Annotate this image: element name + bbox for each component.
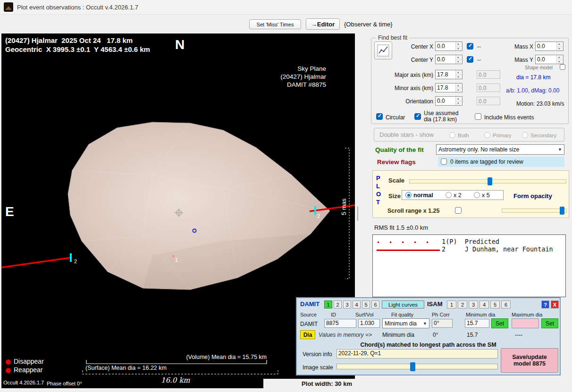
minor-axis-spinner-arrows[interactable] — [455, 83, 462, 92]
scale-slider[interactable] — [409, 179, 566, 183]
review-flags-checkbox[interactable] — [441, 158, 447, 165]
spinner-down-icon — [456, 46, 462, 51]
double-stars-secondary-radio[interactable] — [522, 132, 528, 138]
major-axis-spinner[interactable]: 17.8 — [435, 70, 463, 79]
reappear-marker-icon — [6, 368, 11, 373]
ab-info-label: a/b: 1.00, dMag: 0.00 — [506, 87, 559, 94]
surface-mean-dia-label: (Surface) Mean dia = 16.22 km — [85, 365, 167, 371]
set-min-button[interactable]: Set — [491, 318, 508, 328]
double-stars-primary-radio[interactable] — [484, 132, 490, 138]
ph-corr-field[interactable]: 0° — [432, 319, 453, 328]
light-curves-button[interactable]: Light curves — [382, 300, 424, 309]
damit-panel: DAMIT 1 2 3 4 5 6 Light curves ISAM 1 2 … — [296, 297, 561, 375]
dia-button[interactable]: Dia — [300, 330, 315, 339]
isam-3-button[interactable]: 3 — [469, 300, 478, 309]
chevron-down-icon: ▼ — [423, 321, 427, 326]
fit-quality-dropdown[interactable]: Minimum dia ▼ — [382, 318, 429, 328]
use-assumed-checkbox[interactable] — [414, 113, 421, 120]
double-stars-primary-label: Primary — [493, 133, 512, 138]
form-opacity-slider-thumb[interactable] — [560, 207, 564, 215]
surfvol-field[interactable]: 1.030 — [358, 319, 380, 328]
damit-model-3-button[interactable]: 3 — [343, 300, 351, 309]
orientation-fit-box: 0.0 — [477, 97, 500, 105]
save-update-model-button[interactable]: Save/update model 8875 — [501, 348, 558, 373]
damit-title: DAMIT — [300, 300, 320, 308]
quality-dropdown[interactable]: Astrometry only. No reliable size ▼ — [436, 144, 564, 155]
motion-info-label: Motion: 23.03 km/s — [516, 100, 564, 107]
fit-chart-button[interactable] — [374, 42, 392, 59]
isam-5-button[interactable]: 5 — [490, 300, 500, 309]
orientation-spinner[interactable]: 0.0 — [435, 96, 463, 106]
center-x-spinner[interactable]: 0.0 — [435, 42, 463, 51]
include-miss-label: Include Miss events — [484, 114, 534, 121]
review-flags-text: 0 items are tagged for review — [450, 158, 523, 165]
isam-2-button[interactable]: 2 — [458, 300, 467, 309]
orientation-fit-value: 0.0 — [477, 97, 500, 105]
damit-model-1-button[interactable]: 1 — [324, 300, 332, 309]
editor-button[interactable]: →Editor — [306, 18, 340, 30]
quality-dropdown-value: Astrometry only. No reliable size — [438, 146, 519, 153]
center-y-label: Center Y — [395, 57, 433, 63]
splitter-handle[interactable] — [357, 207, 358, 221]
version-info-field[interactable]: 2022-11-29, Q=1 — [336, 349, 498, 359]
damit-model-5-button[interactable]: 5 — [362, 300, 370, 309]
shape-model-checkbox[interactable] — [560, 64, 565, 70]
plot-letter-p: P — [376, 175, 380, 182]
size-normal-radio[interactable] — [405, 192, 412, 198]
observations-listbox[interactable]: 1(P) Predicted 2 J Dunham, near Fountain — [372, 234, 566, 297]
spinner-down-icon — [557, 46, 563, 51]
center-y-spinner-arrows[interactable] — [455, 55, 462, 64]
point-1-pink — [172, 255, 175, 258]
major-axis-value: 17.8 — [436, 70, 455, 79]
isam-1-button[interactable]: 1 — [447, 300, 456, 309]
circular-checkbox[interactable] — [376, 113, 383, 120]
mass-y-spinner-arrows[interactable] — [556, 55, 563, 64]
image-scale-slider-thumb[interactable] — [410, 362, 415, 371]
scale-slider-thumb[interactable] — [488, 177, 492, 185]
col-source: Source — [300, 312, 317, 317]
col-ph-corr: Ph Corr — [432, 312, 450, 317]
damit-id-field[interactable]: 8875 — [324, 319, 356, 328]
reappear-label: Reappear — [14, 366, 43, 374]
orientation-spinner-arrows[interactable] — [455, 97, 462, 105]
double-stars-both-label: Both — [458, 133, 469, 138]
shape-model-label: Shape model — [525, 65, 553, 70]
size-x2-radio[interactable] — [446, 192, 452, 198]
mass-x-spinner-arrows[interactable] — [556, 42, 563, 50]
damit-model-4-button[interactable]: 4 — [353, 300, 361, 309]
minor-axis-fit-box: 0.0 — [477, 83, 500, 92]
close-button[interactable]: X — [551, 300, 559, 309]
set-max-button[interactable]: Set — [541, 318, 558, 328]
spinner-down-icon — [456, 101, 462, 106]
center-y-spinner[interactable]: 0.0 — [435, 55, 463, 64]
form-opacity-slider[interactable] — [502, 209, 567, 213]
circular-label: Circular — [386, 114, 405, 121]
damit-model-6-button[interactable]: 6 — [371, 300, 379, 309]
center-x-spinner-arrows[interactable] — [455, 42, 462, 50]
isam-6-button[interactable]: 6 — [501, 300, 511, 309]
minor-axis-spinner[interactable]: 17.8 — [435, 83, 463, 92]
observation-row[interactable]: 2 J Dunham, near Fountain — [442, 245, 553, 253]
center-y-fit-checkbox[interactable] — [467, 56, 473, 63]
spinner-up-icon — [456, 83, 462, 88]
mass-x-spinner[interactable]: 0.0 — [535, 42, 564, 51]
minimum-dia-field[interactable]: 15.7 — [465, 319, 489, 328]
image-scale-slider[interactable] — [336, 364, 498, 369]
double-stars-both-radio[interactable] — [449, 132, 455, 138]
use-assumed-line2: dia (17.8 km) — [424, 117, 458, 123]
isam-4-button[interactable]: 4 — [479, 300, 489, 309]
scroll-range-checkbox[interactable] — [455, 207, 462, 214]
center-x-fit-checkbox[interactable] — [467, 43, 473, 50]
mass-y-spinner[interactable]: 0.0 — [535, 55, 564, 64]
set-miss-times-button[interactable]: Set 'Miss' Times — [249, 19, 301, 29]
observation-row[interactable]: 1(P) Predicted — [442, 238, 499, 245]
include-miss-checkbox[interactable] — [475, 113, 481, 120]
phase-offset-label: Phase offset 0° — [47, 381, 82, 386]
damit-model-2-button[interactable]: 2 — [334, 300, 342, 309]
maximum-dia-field[interactable] — [512, 318, 539, 328]
major-axis-spinner-arrows[interactable] — [455, 70, 462, 79]
size-x5-radio[interactable] — [474, 192, 480, 198]
mass-x-value: 0.0 — [536, 42, 556, 50]
help-button[interactable]: ? — [541, 300, 549, 309]
spinner-up-icon — [456, 97, 462, 101]
